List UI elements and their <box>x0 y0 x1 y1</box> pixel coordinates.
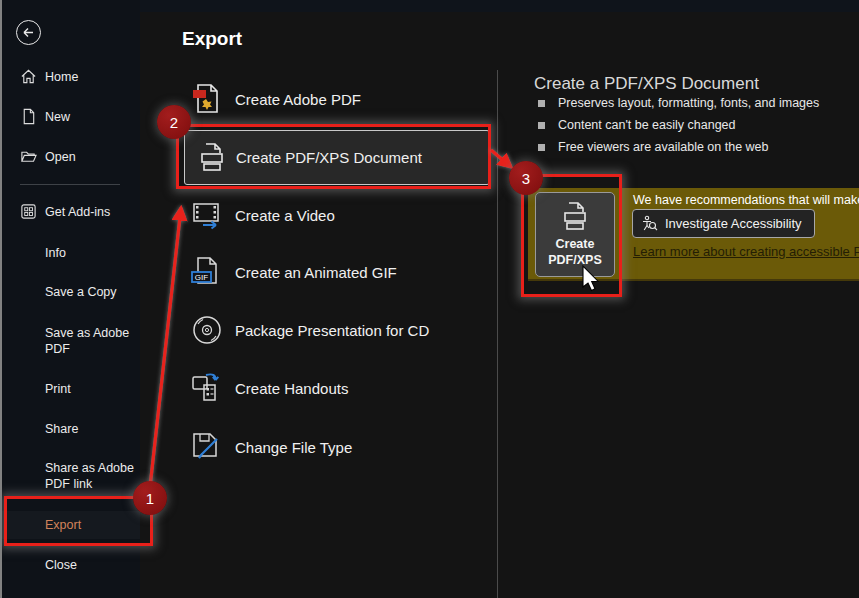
sidebar-item-label: Print <box>45 381 140 397</box>
badge-number: 2 <box>170 114 178 131</box>
gif-icon-text: GIF <box>195 273 208 282</box>
create-button-label-line2: PDF/XPS <box>536 253 614 267</box>
investigate-accessibility-label: Investigate Accessibility <box>665 216 802 231</box>
backstage-sidebar: Home New Open Get Add-ins Info Save a Co… <box>0 0 140 598</box>
sidebar-item-label: Info <box>45 245 140 261</box>
bullet-square <box>538 100 545 107</box>
panel-divider <box>497 70 498 598</box>
create-button-label-line1: Create <box>536 237 614 251</box>
export-option-create-handouts[interactable]: Create Handouts <box>185 370 490 406</box>
bullet-item: Preserves layout, formatting, fonts, and… <box>538 96 819 110</box>
window-left-edge <box>0 0 2 598</box>
sidebar-item-label: Save as Adobe PDF <box>45 325 140 357</box>
file-type-icon <box>190 430 224 464</box>
page-title: Export <box>182 28 242 50</box>
badge-number: 1 <box>146 490 154 507</box>
sidebar-item-label: Close <box>45 557 140 573</box>
detail-heading: Create a PDF/XPS Document <box>534 74 759 94</box>
bullet-text: Content can't be easily changed <box>558 118 736 132</box>
bullet-item: Free viewers are available on the web <box>538 140 769 154</box>
adobe-pdf-icon <box>190 82 224 116</box>
cd-icon <box>190 313 224 347</box>
accessibility-checker-icon <box>641 215 658 232</box>
sidebar-separator <box>20 184 120 185</box>
banner-message: We have recommendations that will make t <box>633 193 859 207</box>
handouts-icon <box>190 371 224 405</box>
bullet-text: Preserves layout, formatting, fonts, and… <box>558 96 819 110</box>
open-folder-icon <box>20 148 37 165</box>
sidebar-item-label: Export <box>45 517 140 533</box>
add-ins-icon <box>20 203 37 220</box>
gold-star <box>202 99 212 110</box>
badge-number: 3 <box>522 170 530 187</box>
sidebar-item-export[interactable]: Export <box>0 511 140 539</box>
new-document-icon <box>20 108 37 125</box>
bullet-item: Content can't be easily changed <box>538 118 736 132</box>
export-option-label: Create an Animated GIF <box>235 264 397 281</box>
sidebar-item-label: New <box>45 109 140 125</box>
sidebar-item-label: Share <box>45 421 140 437</box>
gif-icon: GIF <box>190 255 224 289</box>
bullet-text: Free viewers are available on the web <box>558 140 769 154</box>
export-option-label: Create Adobe PDF <box>235 91 361 108</box>
sidebar-item-label: Get Add-ins <box>45 204 140 220</box>
pdf-xps-printer-icon <box>559 200 593 234</box>
bullet-square <box>538 122 545 129</box>
investigate-accessibility-button[interactable]: Investigate Accessibility <box>632 209 815 238</box>
export-option-label: Create PDF/XPS Document <box>236 149 422 166</box>
export-option-label: Package Presentation for CD <box>235 322 429 339</box>
sidebar-item-label: Open <box>45 149 140 165</box>
back-arrow-icon <box>21 25 36 40</box>
sidebar-item-label: Save a Copy <box>45 284 140 300</box>
sidebar-item-label: Home <box>45 69 140 85</box>
annotation-arrow-1-to-2 <box>150 208 181 487</box>
export-option-change-file-type[interactable]: Change File Type <box>185 429 490 465</box>
create-pdf-xps-button[interactable]: Create PDF/XPS <box>535 192 615 277</box>
export-option-label: Create a Video <box>235 207 335 224</box>
video-icon <box>190 198 224 232</box>
export-option-create-pdf-xps-document[interactable]: Create PDF/XPS Document <box>184 130 490 185</box>
export-option-package-presentation-for-cd[interactable]: Package Presentation for CD <box>185 312 490 348</box>
sidebar-item-label: Share as Adobe PDF link <box>45 460 140 492</box>
powerpoint-export-backstage: { "sidebar": { "items": [ {"id":"home","… <box>0 0 859 598</box>
export-option-label: Change File Type <box>235 439 352 456</box>
bullet-square <box>538 144 545 151</box>
export-option-create-adobe-pdf[interactable]: Create Adobe PDF <box>185 81 490 117</box>
home-icon <box>20 68 37 85</box>
export-option-label: Create Handouts <box>235 380 348 397</box>
annotation-arrow-2-to-3 <box>491 150 511 167</box>
accessible-pdfs-link[interactable]: Learn more about creating accessible PDF… <box>633 244 859 259</box>
export-option-create-an-animated-gif[interactable]: GIF Create an Animated GIF <box>185 254 490 290</box>
export-option-create-a-video[interactable]: Create a Video <box>185 197 490 233</box>
back-button[interactable] <box>16 20 41 45</box>
pdf-xps-icon <box>196 141 230 175</box>
